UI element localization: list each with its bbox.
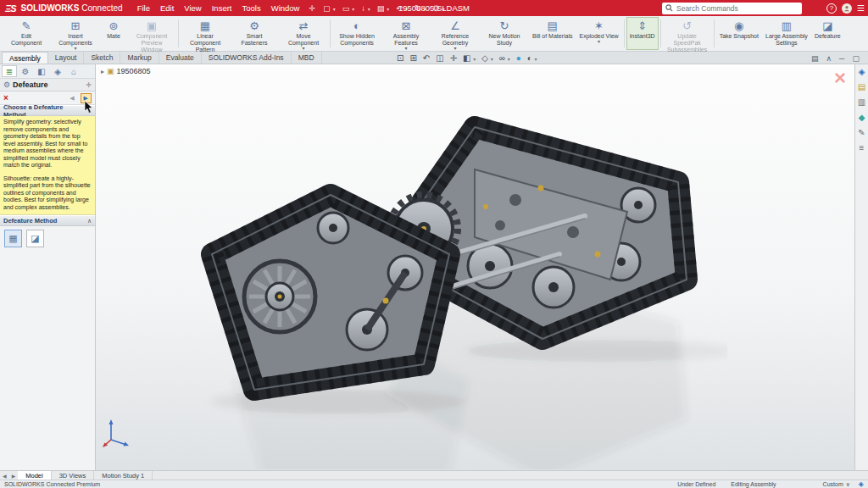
breadcrumb-arrow-icon[interactable]: ▸ <box>101 68 104 75</box>
new-motion-study-icon: ↻ <box>500 19 509 32</box>
menu-file[interactable]: File <box>133 3 154 13</box>
ribbon-take-snapshot[interactable]: ◉Take Snapshot <box>716 17 762 50</box>
graphics-area[interactable]: ▸ ▣ 19506805 × <box>96 64 854 470</box>
displaymanager-tab[interactable]: ⌂ <box>66 65 81 77</box>
ribbon-large-assembly-settings[interactable]: ▥Large Assembly Settings <box>762 17 811 50</box>
task-pane: ◈ ▤ ▥ ◆ ✎ ≡ <box>854 64 868 470</box>
heads-up-view-toolbar: ⊡ ⊞ ↶ ◫ ✛ ◧ ▾ ◇ ▾ ∞ ▾ ● ◐ ▾ <box>397 52 537 64</box>
ribbon-linear-component-pattern[interactable]: ▦Linear Component Pattern▾ <box>181 17 230 50</box>
product-name: SOLIDWORKS Connected Premium <box>4 481 100 487</box>
app-name: SOLIDWORKS Connected <box>21 3 123 13</box>
forum-icon[interactable]: ≡ <box>860 143 865 153</box>
collapse-pane-icon[interactable]: ∧ <box>826 54 832 63</box>
menu-pin-icon[interactable]: ✛ <box>309 4 315 13</box>
tab-markup[interactable]: Markup <box>120 52 159 64</box>
featuremanager-toggle-icon[interactable]: ▤ <box>811 54 819 63</box>
tab-sketch[interactable]: Sketch <box>84 52 120 64</box>
ribbon-new-motion-study[interactable]: ↻New Motion Study <box>480 17 529 50</box>
ribbon-mate[interactable]: ⊚Mate <box>100 17 127 50</box>
tab-motion-study-1[interactable]: Motion Study 1 <box>94 471 153 480</box>
ribbon-assembly-features[interactable]: ⊠Assembly Features▾ <box>381 17 431 50</box>
compass-icon[interactable]: ◈ <box>859 480 864 488</box>
dropdown-arrow-icon: ▾ <box>508 57 510 62</box>
hide-show-items-icon[interactable]: ∞ ▾ <box>499 53 510 63</box>
menu-window[interactable]: Window <box>267 3 304 13</box>
print-button[interactable]: ▤ ▾ <box>375 3 392 13</box>
design-library-icon[interactable]: ▤ <box>858 82 865 92</box>
menu-edit[interactable]: Edit <box>156 3 178 13</box>
ribbon-smart-fasteners[interactable]: ⚙Smart Fasteners <box>230 17 279 50</box>
appearances-icon[interactable]: ◆ <box>859 113 865 123</box>
menu-insert[interactable]: Insert <box>208 3 236 13</box>
ribbon-update-speedpak[interactable]: ↺Update SpeedPak Subassemblies <box>663 17 712 50</box>
section-view-icon[interactable]: ◫ <box>436 53 443 63</box>
tab-solidworks-add-ins[interactable]: SOLIDWORKS Add-Ins <box>202 52 292 64</box>
panel-pin-icon[interactable]: ✛ <box>86 81 92 89</box>
featuremanager-tab[interactable]: ≣ <box>2 65 17 77</box>
tab-scroll-left-icon[interactable]: ◀ <box>0 473 9 479</box>
previous-view-icon[interactable]: ↶ <box>423 53 430 63</box>
custom-properties-icon[interactable]: ✎ <box>858 128 865 138</box>
ribbon-separator <box>330 19 331 47</box>
breadcrumb[interactable]: ▸ ▣ 19506805 <box>101 67 151 75</box>
ribbon-defeature[interactable]: ◪Defeature <box>811 17 844 50</box>
hamburger-menu-icon[interactable]: ☰ <box>857 3 865 13</box>
search-commands-box[interactable] <box>662 3 802 14</box>
help-paragraph-silhouette: Silhouette: create a highly-simplified p… <box>3 175 92 212</box>
help-icon[interactable]: ? <box>826 3 837 14</box>
edit-appearance-icon[interactable]: ● <box>516 53 521 63</box>
3dexperience-icon[interactable]: ◈ <box>859 67 865 77</box>
ribbon-exploded-view[interactable]: ✶Exploded View▾ <box>576 17 621 50</box>
section-defeature-method[interactable]: Defeature Method ∧ <box>0 215 95 226</box>
display-style-icon[interactable]: ◇ ▾ <box>481 53 493 63</box>
configuration-dropdown[interactable]: Custom ∨ <box>823 481 850 488</box>
ribbon-instant3d[interactable]: ⇕Instant3D <box>626 17 659 50</box>
mate-icon: ⊚ <box>109 19 119 32</box>
zoom-to-area-icon[interactable]: ⊞ <box>409 53 416 63</box>
tab-evaluate[interactable]: Evaluate <box>159 52 202 64</box>
new-file-button[interactable]: ▢ ▾ <box>320 3 338 13</box>
zoom-to-fit-icon[interactable]: ⊡ <box>397 53 403 63</box>
open-file-button[interactable]: ▭ ▾ <box>340 3 358 13</box>
ribbon-separator <box>660 19 661 47</box>
file-explorer-icon[interactable]: ▥ <box>858 97 865 108</box>
tab-layout[interactable]: Layout <box>48 52 85 64</box>
ribbon-move-component[interactable]: ⇄Move Component▾ <box>279 17 328 50</box>
menu-view[interactable]: View <box>180 3 205 13</box>
section-choose-defeature-method[interactable]: Choose a Defeature Method ∧ <box>0 105 95 116</box>
configurationmanager-tab[interactable]: ◧ <box>34 65 49 77</box>
user-avatar[interactable] <box>842 3 852 14</box>
dimxpert-tab[interactable]: ◈ <box>50 65 65 77</box>
ribbon-reference-geometry[interactable]: ∠Reference Geometry▾ <box>431 17 480 50</box>
dropdown-arrow-icon: ▾ <box>535 57 537 62</box>
tab-model[interactable]: Model <box>18 471 51 480</box>
model-3d-tracked-vehicle[interactable] <box>176 105 727 469</box>
propertymanager-tab[interactable]: ⚙ <box>18 65 33 77</box>
search-input[interactable] <box>676 4 798 13</box>
menu-tools[interactable]: Tools <box>238 3 265 13</box>
tab-assembly[interactable]: Assembly <box>2 52 48 64</box>
silhouette-method-button[interactable]: ◪ <box>26 230 44 247</box>
view-orientation-icon[interactable]: ◧ ▾ <box>463 53 476 63</box>
restore-pane-icon[interactable]: ▢ <box>852 54 860 63</box>
ribbon-edit-component[interactable]: ✎Edit Component <box>2 17 51 50</box>
simplify-geometry-method-button[interactable]: ▦ <box>4 230 22 247</box>
ribbon-insert-components[interactable]: ⊞Insert Components▾ <box>51 17 100 50</box>
ribbon-label: Move Component <box>282 33 325 47</box>
confirmation-corner-cancel-icon[interactable]: × <box>834 68 846 88</box>
cancel-button[interactable]: × <box>3 93 8 103</box>
back-button[interactable]: ◀ <box>66 93 77 103</box>
mouse-cursor <box>84 101 94 114</box>
minimize-pane-icon[interactable]: ─ <box>839 54 844 63</box>
ribbon-show-hidden-components[interactable]: ◐Show Hidden Components <box>332 17 381 50</box>
tab-3d-views[interactable]: 3D Views <box>52 471 95 480</box>
apply-scene-icon[interactable]: ◐ ▾ <box>527 53 537 63</box>
ribbon-component-preview-window[interactable]: ▣Component Preview Window <box>127 17 176 50</box>
tab-mbd[interactable]: MBD <box>292 52 322 64</box>
ribbon-bill-of-materials[interactable]: ▤Bill of Materials <box>529 17 576 50</box>
save-button[interactable]: ↓ ▾ <box>359 3 372 13</box>
configuration-value: Custom <box>823 481 843 487</box>
glasses-icon: ∞ <box>499 53 505 63</box>
annotations-icon[interactable]: ✛ <box>450 53 457 63</box>
tab-scroll-right-icon[interactable]: ▶ <box>9 473 19 479</box>
